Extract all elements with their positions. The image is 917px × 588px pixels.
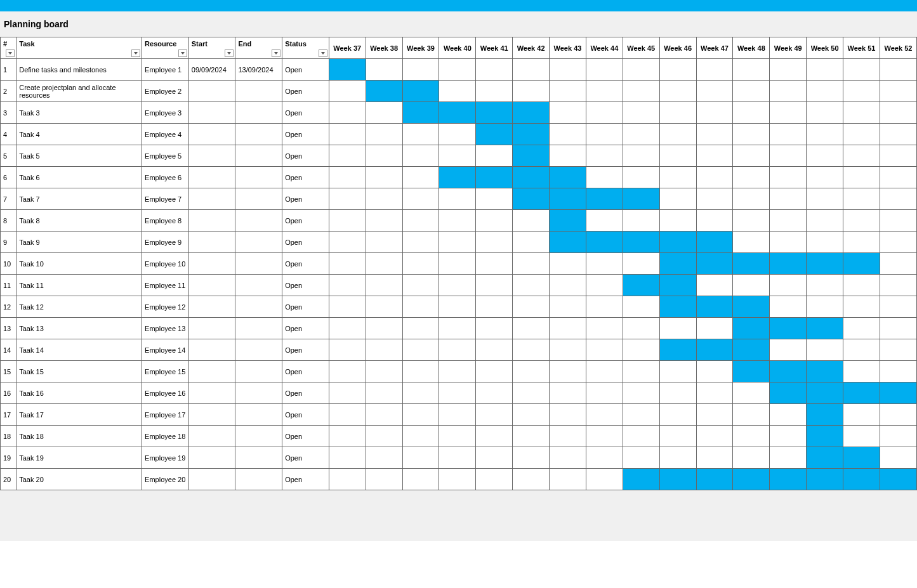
cell-start[interactable]	[188, 447, 235, 469]
cell-num[interactable]: 7	[1, 188, 16, 210]
gantt-bar-filled[interactable]	[659, 339, 696, 361]
gantt-cell-empty[interactable]	[770, 124, 807, 145]
gantt-cell-empty[interactable]	[586, 361, 623, 382]
gantt-cell-empty[interactable]	[476, 275, 513, 296]
gantt-cell-empty[interactable]	[733, 81, 770, 102]
cell-status[interactable]: Open	[282, 426, 329, 447]
cell-start[interactable]	[188, 145, 235, 167]
gantt-bar-filled[interactable]	[659, 469, 696, 490]
gantt-cell-empty[interactable]	[402, 210, 439, 232]
gantt-bar-filled[interactable]	[696, 339, 733, 361]
gantt-cell-empty[interactable]	[696, 382, 733, 404]
gantt-bar-filled[interactable]	[623, 188, 659, 210]
cell-status[interactable]: Open	[282, 188, 329, 210]
col-header-end[interactable]: End	[235, 37, 282, 59]
cell-num[interactable]: 12	[1, 296, 16, 318]
cell-status[interactable]: Open	[282, 339, 329, 361]
cell-task[interactable]: Taak 9	[16, 232, 142, 253]
gantt-cell-empty[interactable]	[366, 232, 402, 253]
cell-resource[interactable]: Employee 6	[142, 167, 189, 188]
gantt-bar-filled[interactable]	[659, 232, 696, 253]
cell-start[interactable]	[188, 426, 235, 447]
gantt-bar-filled[interactable]	[659, 296, 696, 318]
cell-task[interactable]: Taak 19	[16, 447, 142, 469]
cell-task[interactable]: Taak 14	[16, 339, 142, 361]
gantt-cell-empty[interactable]	[513, 210, 550, 232]
gantt-cell-empty[interactable]	[366, 447, 402, 469]
cell-start[interactable]	[188, 81, 235, 102]
gantt-cell-empty[interactable]	[733, 404, 770, 426]
gantt-cell-empty[interactable]	[329, 188, 366, 210]
gantt-cell-empty[interactable]	[880, 253, 916, 275]
gantt-cell-empty[interactable]	[550, 447, 586, 469]
cell-status[interactable]: Open	[282, 210, 329, 232]
gantt-cell-empty[interactable]	[550, 426, 586, 447]
cell-task[interactable]: Taak 15	[16, 361, 142, 382]
gantt-bar-filled[interactable]	[513, 124, 550, 145]
gantt-bar-filled[interactable]	[476, 124, 513, 145]
cell-task[interactable]: Taak 16	[16, 382, 142, 404]
gantt-cell-empty[interactable]	[807, 232, 843, 253]
gantt-cell-empty[interactable]	[696, 404, 733, 426]
gantt-cell-empty[interactable]	[366, 426, 402, 447]
cell-task[interactable]: Taak 18	[16, 426, 142, 447]
gantt-cell-empty[interactable]	[366, 253, 402, 275]
cell-resource[interactable]: Employee 19	[142, 447, 189, 469]
gantt-cell-empty[interactable]	[476, 404, 513, 426]
gantt-cell-empty[interactable]	[880, 318, 916, 339]
gantt-bar-filled[interactable]	[770, 382, 807, 404]
gantt-cell-empty[interactable]	[807, 167, 843, 188]
gantt-cell-empty[interactable]	[439, 469, 476, 490]
gantt-cell-empty[interactable]	[439, 188, 476, 210]
cell-task[interactable]: Create projectplan and allocate resource…	[16, 81, 142, 102]
gantt-cell-empty[interactable]	[733, 145, 770, 167]
gantt-cell-empty[interactable]	[623, 361, 659, 382]
gantt-bar-filled[interactable]	[550, 167, 586, 188]
gantt-bar-filled[interactable]	[623, 232, 659, 253]
gantt-cell-empty[interactable]	[513, 318, 550, 339]
gantt-cell-empty[interactable]	[329, 81, 366, 102]
cell-resource[interactable]: Employee 8	[142, 210, 189, 232]
gantt-cell-empty[interactable]	[880, 296, 916, 318]
gantt-bar-filled[interactable]	[770, 253, 807, 275]
gantt-cell-empty[interactable]	[623, 81, 659, 102]
gantt-bar-filled[interactable]	[586, 232, 623, 253]
cell-end[interactable]	[235, 382, 282, 404]
cell-status[interactable]: Open	[282, 382, 329, 404]
gantt-cell-empty[interactable]	[733, 59, 770, 81]
cell-task[interactable]: Taak 7	[16, 188, 142, 210]
gantt-cell-empty[interactable]	[659, 404, 696, 426]
gantt-cell-empty[interactable]	[770, 59, 807, 81]
gantt-cell-empty[interactable]	[402, 318, 439, 339]
gantt-cell-empty[interactable]	[513, 253, 550, 275]
gantt-cell-empty[interactable]	[586, 145, 623, 167]
gantt-cell-empty[interactable]	[807, 124, 843, 145]
cell-status[interactable]: Open	[282, 296, 329, 318]
gantt-cell-empty[interactable]	[623, 426, 659, 447]
gantt-cell-empty[interactable]	[513, 361, 550, 382]
gantt-cell-empty[interactable]	[843, 124, 880, 145]
cell-num[interactable]: 2	[1, 81, 16, 102]
cell-end[interactable]	[235, 232, 282, 253]
gantt-cell-empty[interactable]	[586, 275, 623, 296]
gantt-cell-empty[interactable]	[733, 275, 770, 296]
gantt-cell-empty[interactable]	[659, 81, 696, 102]
gantt-cell-empty[interactable]	[402, 167, 439, 188]
gantt-cell-empty[interactable]	[439, 296, 476, 318]
gantt-bar-filled[interactable]	[807, 447, 843, 469]
cell-num[interactable]: 5	[1, 145, 16, 167]
gantt-cell-empty[interactable]	[513, 81, 550, 102]
gantt-cell-empty[interactable]	[586, 167, 623, 188]
gantt-cell-empty[interactable]	[476, 145, 513, 167]
gantt-cell-empty[interactable]	[366, 188, 402, 210]
gantt-cell-empty[interactable]	[366, 145, 402, 167]
gantt-cell-empty[interactable]	[476, 469, 513, 490]
gantt-cell-empty[interactable]	[402, 232, 439, 253]
gantt-cell-empty[interactable]	[366, 361, 402, 382]
gantt-bar-filled[interactable]	[807, 382, 843, 404]
gantt-cell-empty[interactable]	[843, 296, 880, 318]
gantt-cell-empty[interactable]	[329, 296, 366, 318]
gantt-cell-empty[interactable]	[439, 339, 476, 361]
gantt-cell-empty[interactable]	[659, 124, 696, 145]
cell-start[interactable]	[188, 232, 235, 253]
